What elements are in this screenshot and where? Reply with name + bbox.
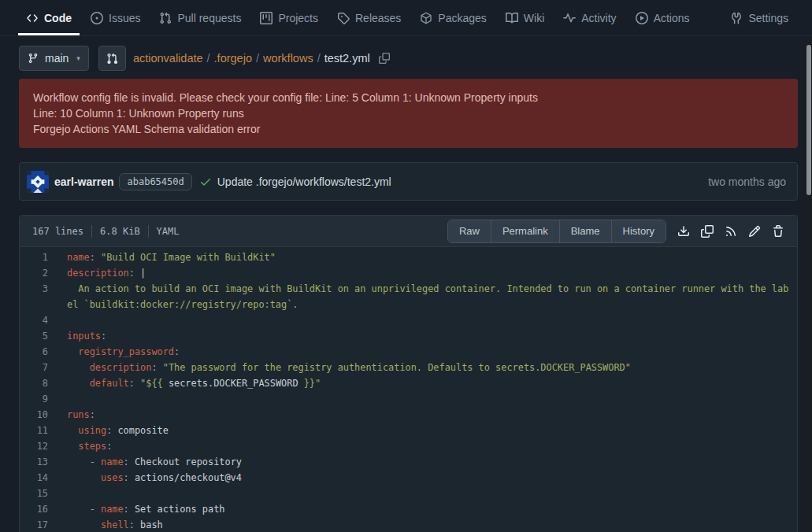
code-text — [67, 391, 794, 407]
branch-name: main — [45, 52, 69, 65]
commit-status-check-icon[interactable] — [199, 175, 212, 188]
package-icon — [420, 12, 432, 24]
line-number[interactable]: 11 — [20, 423, 67, 438]
breadcrumb-file-name: test2.yml — [324, 52, 370, 65]
commit-time: two months ago — [708, 175, 786, 188]
line-number[interactable]: 5 — [20, 328, 67, 344]
error-line-3: Forgejo Actions YAML Schema validation e… — [33, 121, 784, 137]
code-text: runs: — [67, 407, 794, 423]
code-line: 14 uses: actions/checkout@v4 — [20, 470, 797, 486]
code-text: - name: Set actions path — [67, 501, 794, 517]
file-lines-count: 167 lines — [32, 226, 83, 237]
line-number[interactable]: 12 — [20, 438, 67, 454]
repo-nav: Code Issues Pull requests Projects Relea… — [0, 0, 812, 36]
blame-button[interactable]: Blame — [559, 220, 611, 242]
tab-code[interactable]: Code — [18, 0, 80, 35]
tab-packages-label: Packages — [438, 12, 486, 24]
tab-projects-label: Projects — [278, 12, 318, 24]
code-icon — [26, 12, 39, 24]
tab-pull-requests[interactable]: Pull requests — [151, 0, 249, 35]
file-header: 167 lines 6.8 KiB YAML Raw Permalink Bla… — [20, 216, 797, 247]
code-line: 17 shell: bash — [20, 517, 797, 532]
tools-icon — [730, 12, 743, 24]
code-line: 4 — [20, 312, 797, 328]
download-icon[interactable] — [677, 225, 690, 238]
tab-settings[interactable]: Settings — [722, 0, 796, 35]
git-branch-icon — [28, 53, 39, 64]
code-line: 12 steps: — [20, 438, 797, 454]
line-number[interactable]: 16 — [20, 501, 67, 517]
tab-packages[interactable]: Packages — [412, 0, 494, 35]
line-number[interactable]: 3 — [20, 281, 67, 312]
breadcrumb-separator: / — [317, 52, 321, 65]
code-line: 11 using: composite — [20, 423, 797, 438]
code-text: steps: — [67, 438, 794, 454]
code-line: 6 registry_password: — [20, 344, 797, 360]
tab-wiki-label: Wiki — [524, 12, 544, 24]
code-text: inputs: — [67, 328, 794, 344]
code-line: 9 — [20, 391, 797, 407]
breadcrumb-repo-link[interactable]: actionvalidate — [133, 52, 203, 65]
error-line-2: Line: 10 Column 1: Unknown Property runs — [33, 105, 784, 121]
breadcrumb-dir-workflows-link[interactable]: workflows — [263, 52, 313, 65]
code-line: 5inputs: — [20, 328, 797, 344]
branch-selector[interactable]: main ▾ — [19, 46, 89, 71]
copy-content-icon[interactable] — [701, 225, 714, 238]
commit-author[interactable]: earl-warren — [54, 175, 113, 188]
tab-activity[interactable]: Activity — [555, 0, 624, 35]
code-text: using: composite — [67, 423, 794, 438]
line-number[interactable]: 1 — [20, 249, 67, 265]
tab-actions[interactable]: Actions — [628, 0, 698, 35]
code-text: shell: bash — [67, 517, 794, 532]
copy-path-icon[interactable] — [379, 53, 390, 64]
scrollbar-thumb[interactable] — [806, 45, 811, 195]
line-number[interactable]: 7 — [20, 360, 67, 375]
code-text: name: "Build OCI Image with BuildKit" — [67, 249, 794, 265]
line-number[interactable]: 8 — [20, 375, 67, 391]
breadcrumb-dir-forgejo-link[interactable]: .forgejo — [214, 52, 252, 65]
line-number[interactable]: 4 — [20, 312, 67, 328]
raw-button[interactable]: Raw — [448, 220, 491, 242]
tab-wiki[interactable]: Wiki — [498, 0, 552, 35]
code-text — [67, 486, 794, 501]
tab-issues[interactable]: Issues — [83, 0, 148, 35]
line-number[interactable]: 15 — [20, 486, 67, 501]
code-line: 1name: "Build OCI Image with BuildKit" — [20, 249, 797, 265]
line-number[interactable]: 14 — [20, 470, 67, 486]
code-text: registry_password: — [67, 344, 794, 360]
code-view: 1name: "Build OCI Image with BuildKit"2d… — [20, 247, 797, 532]
code-line: 3 An action to build an OCI image with B… — [20, 281, 797, 312]
line-number[interactable]: 17 — [20, 517, 67, 532]
breadcrumb: actionvalidate / .forgejo / workflows / … — [133, 52, 390, 65]
tab-pull-requests-label: Pull requests — [177, 12, 241, 24]
permalink-button[interactable]: Permalink — [491, 220, 559, 242]
history-button[interactable]: History — [611, 220, 666, 242]
code-line: 7 description: "The password for the reg… — [20, 360, 797, 375]
compare-button[interactable] — [98, 46, 126, 71]
code-line: 2description: | — [20, 265, 797, 281]
edit-pencil-icon[interactable] — [748, 225, 761, 238]
git-pull-request-icon — [159, 12, 172, 24]
line-number[interactable]: 10 — [20, 407, 67, 423]
code-line: 10runs: — [20, 407, 797, 423]
tab-releases[interactable]: Releases — [329, 0, 409, 35]
line-number[interactable]: 6 — [20, 344, 67, 360]
divider — [91, 225, 92, 238]
delete-trash-icon[interactable] — [772, 225, 784, 238]
view-mode-group: Raw Permalink Blame History — [447, 220, 666, 243]
tab-projects[interactable]: Projects — [252, 0, 326, 35]
tab-code-label: Code — [44, 12, 72, 24]
line-number[interactable]: 13 — [20, 454, 67, 470]
file-actions: Raw Permalink Blame History — [447, 220, 784, 243]
book-icon — [506, 12, 518, 24]
error-banner: Workflow config file is invalid. Please … — [19, 79, 798, 148]
commit-hash[interactable]: abab65450d — [119, 173, 191, 190]
code-line: 16 - name: Set actions path — [20, 501, 797, 517]
code-text: uses: actions/checkout@v4 — [67, 470, 794, 486]
rss-feed-icon[interactable] — [725, 225, 737, 238]
line-number[interactable]: 2 — [20, 265, 67, 281]
avatar[interactable] — [27, 171, 49, 193]
line-number[interactable]: 9 — [20, 391, 67, 407]
commit-message[interactable]: Update .forgejo/workflows/test2.yml — [217, 175, 391, 188]
code-text — [67, 312, 794, 328]
